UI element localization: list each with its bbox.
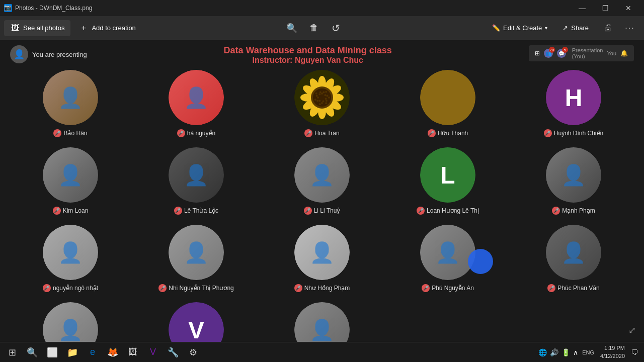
list-item: 👤 🎤 Như Hồng Phạm	[262, 225, 382, 292]
mute-icon: 🎤	[428, 129, 436, 137]
close-button[interactable]: ✕	[617, 0, 640, 16]
mute-icon: 🎤	[174, 207, 182, 215]
mute-icon: 🎤	[547, 284, 555, 292]
avatar: 👤	[169, 225, 224, 280]
main-content: 👤 You are presenting Data Warehouse and …	[0, 40, 644, 342]
search-button[interactable]: 🔍	[22, 342, 42, 363]
participant-name: 🎤 Hoa Tran	[304, 129, 339, 137]
participant-name: 🎤 Bảo Hân	[53, 129, 87, 137]
notification-icon[interactable]: 🗨	[631, 348, 638, 356]
tools-button[interactable]: 🔧	[163, 342, 183, 363]
list-item: 🎤 Hữu Thanh	[387, 70, 508, 137]
svg-point-17	[324, 94, 326, 96]
chevron-down-icon: ▾	[545, 25, 547, 31]
avatar: 👤	[43, 302, 98, 342]
participant-name: 🎤 Nhi Nguyễn Thị Phương	[158, 284, 234, 292]
share-icon: ↗	[562, 24, 568, 32]
list-item: 👤 🎤 Bảo Hân	[10, 70, 131, 137]
avatar: H	[546, 70, 601, 125]
participant-name: 🎤 nguyễn ngô nhật	[43, 284, 98, 292]
svg-point-20	[325, 98, 327, 100]
grid-view-icon[interactable]: ⊞	[533, 49, 542, 58]
minimize-button[interactable]: —	[571, 0, 594, 16]
avatar: 👤	[43, 70, 98, 125]
svg-point-18	[326, 95, 328, 97]
delete-button[interactable]: 🗑	[304, 18, 324, 38]
firefox-button[interactable]: 🦊	[103, 342, 123, 363]
class-title-line2: Instructor: Nguyen Van Chuc	[87, 56, 529, 65]
date-display: 4/12/2020	[600, 352, 625, 360]
list-item: 👤 🎤 Phuoc Bui Duc	[10, 302, 131, 342]
mute-icon: 🎤	[304, 207, 312, 215]
task-view-button[interactable]: ⬜	[42, 342, 62, 363]
list-item: 👤 🎤 nguyễn ngô nhật	[10, 225, 131, 292]
vs-button[interactable]: V	[143, 342, 163, 363]
photos-icon: 🖼	[10, 23, 20, 33]
rotate-icon: ↺	[332, 22, 340, 34]
list-item: 🎤 Hoa Tran	[262, 70, 382, 137]
class-title-line1: Data Warehouse and Data Mining class	[87, 45, 529, 56]
presentation-you: Presentation(You)	[572, 47, 603, 59]
maximize-button[interactable]: ❐	[594, 0, 617, 16]
list-item: 👤 🎤 Kim Loan	[10, 147, 131, 215]
svg-point-19	[328, 97, 330, 99]
system-icons: 🌐 🔊 🔋 ∧	[538, 348, 578, 356]
print-button[interactable]: 🖨	[598, 18, 618, 38]
window-controls: — ❐ ✕	[571, 0, 640, 16]
svg-point-31	[315, 93, 317, 95]
you-label: You	[607, 50, 616, 56]
list-item: 👤 🎤 hà nguyễn	[136, 70, 257, 137]
list-item: H 🎤 Huỳnh Đình Chiến	[513, 70, 634, 137]
mute-icon: 🎤	[552, 207, 560, 215]
avatar	[294, 70, 350, 125]
file-explorer-button[interactable]: 📁	[62, 342, 83, 363]
start-button[interactable]: ⊞	[2, 342, 22, 363]
avatar: L	[420, 147, 475, 203]
share-button[interactable]: ↗ Share	[555, 21, 596, 35]
volume-icon[interactable]: 🔊	[550, 348, 558, 356]
zoom-button[interactable]: 🔍	[282, 18, 302, 38]
meeting-controls[interactable]: ⊞ 👥 20 💬 5 Presentation(You) You 🔔	[529, 45, 634, 61]
list-item: 👤 🎤 Nhi Nguyễn Thị Phương	[136, 225, 257, 292]
photos-taskbar-button[interactable]: 🖼	[123, 342, 143, 363]
toolbar-right: ✏️ Edit & Create ▾ ↗ Share 🖨 ···	[486, 18, 640, 38]
settings-button[interactable]: ⚙	[183, 342, 203, 363]
list-item: 👤 🎤 Mạnh Phạm	[513, 147, 634, 215]
avatar: 👤	[10, 45, 28, 63]
see-all-photos-button[interactable]: 🖼 See all photos	[4, 20, 70, 36]
edge-button[interactable]: e	[83, 342, 103, 363]
battery-icon[interactable]: 🔋	[561, 348, 570, 356]
svg-point-26	[318, 100, 320, 102]
svg-point-25	[319, 103, 321, 105]
svg-point-30	[316, 95, 318, 97]
list-item: L 🎤 Loan Hương Lê Thị	[387, 147, 508, 215]
rotate-button[interactable]: ↺	[326, 18, 346, 38]
svg-point-29	[317, 97, 319, 99]
svg-point-23	[322, 101, 324, 103]
svg-point-15	[323, 92, 325, 94]
participant-name: 🎤 Loan Hương Lê Thị	[417, 207, 479, 215]
chat-badge[interactable]: 💬 5	[557, 49, 566, 58]
participant-name: 🎤 hà nguyễn	[177, 129, 215, 137]
list-item: 👤 🎤 Phú Nguyễn An	[387, 225, 508, 292]
participants-count: 20	[549, 47, 555, 53]
taskbar: ⊞ 🔍 ⬜ 📁 e 🦊 🖼 V 🔧 ⚙ 🌐 🔊 🔋 ∧ ENG 1:19 PM …	[0, 342, 644, 362]
svg-point-14	[321, 93, 323, 95]
presenting-text: You are presenting	[32, 51, 87, 58]
add-to-creation-button[interactable]: + Add to creation	[72, 20, 141, 36]
more-button[interactable]: ···	[620, 18, 640, 38]
avatar: 👤	[294, 147, 350, 203]
chat-count: 5	[562, 47, 568, 53]
network-icon[interactable]: 🌐	[538, 348, 547, 356]
svg-point-16	[325, 91, 327, 93]
bell-icon[interactable]: 🔔	[618, 49, 630, 58]
participant-name: 🎤 Huỳnh Đình Chiến	[544, 129, 603, 137]
window-title: Photos - DWnDM_Class.png	[15, 5, 571, 12]
svg-point-24	[321, 102, 323, 104]
edit-create-button[interactable]: ✏️ Edit & Create ▾	[486, 21, 553, 35]
expand-icon[interactable]: ⤢	[628, 325, 636, 336]
svg-point-21	[326, 100, 328, 102]
chevron-up-icon[interactable]: ∧	[573, 348, 578, 356]
participants-badge[interactable]: 👥 20	[544, 49, 553, 58]
list-item: 👤 🎤 Phúc Phan Văn	[513, 225, 634, 292]
